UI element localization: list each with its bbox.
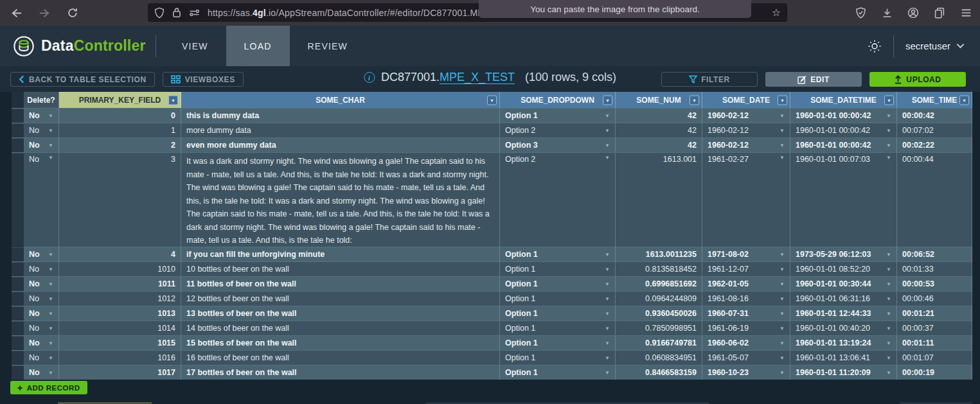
- theme-toggle-icon[interactable]: [868, 39, 882, 53]
- caret-down-icon[interactable]: ▼: [882, 281, 891, 287]
- caret-down-icon[interactable]: ▼: [776, 340, 785, 346]
- column-header-some-num[interactable]: SOME_NUM▼: [616, 92, 702, 108]
- caret-down-icon[interactable]: ▼: [44, 267, 53, 272]
- filter-dropdown-icon[interactable]: ▼: [778, 95, 787, 105]
- some-dropdown-cell[interactable]: Option 1▼: [500, 351, 616, 365]
- table-name-link[interactable]: MPE_X_TEST: [440, 71, 515, 83]
- some-datetime-cell[interactable]: 1960-01-01 08:52:20▼: [790, 262, 897, 276]
- row-handle[interactable]: [12, 306, 24, 321]
- caret-down-icon[interactable]: ▼: [882, 296, 891, 302]
- caret-down-icon[interactable]: ▼: [776, 281, 785, 287]
- protection-shield-icon[interactable]: [851, 4, 869, 22]
- filter-dropdown-icon[interactable]: ▼: [690, 95, 699, 105]
- some-num-cell[interactable]: 42: [616, 123, 702, 137]
- add-record-button[interactable]: + ADD RECORD: [10, 381, 87, 394]
- row-handle[interactable]: [12, 277, 24, 291]
- delete-dropdown-cell[interactable]: No▼: [24, 109, 59, 123]
- primary-key-cell[interactable]: 1011: [59, 277, 181, 291]
- row-handle[interactable]: [12, 351, 24, 365]
- tab-load[interactable]: LOAD: [226, 26, 290, 66]
- caret-down-icon[interactable]: ▼: [882, 326, 891, 331]
- some-datetime-cell[interactable]: 1960-01-01 00:00:42▼: [790, 109, 897, 123]
- row-handle[interactable]: [12, 109, 24, 123]
- some-char-cell[interactable]: this is dummy data: [181, 109, 500, 123]
- forward-icon[interactable]: [35, 3, 54, 22]
- caret-down-icon[interactable]: ▼: [776, 326, 785, 331]
- reload-icon[interactable]: [63, 3, 82, 22]
- viewboxes-button[interactable]: VIEWBOXES: [163, 72, 244, 87]
- primary-key-cell[interactable]: 4: [59, 247, 181, 261]
- row-handle[interactable]: [12, 292, 24, 306]
- some-datetime-cell[interactable]: 1960-01-01 13:06:41▼: [790, 351, 897, 365]
- caret-down-icon[interactable]: ▼: [882, 252, 891, 258]
- bookmark-star-icon[interactable]: ☆: [772, 6, 781, 19]
- library-icon[interactable]: [931, 4, 949, 22]
- back-icon[interactable]: [6, 3, 26, 22]
- download-icon[interactable]: [878, 4, 896, 22]
- caret-down-icon[interactable]: ▼: [44, 128, 53, 134]
- primary-key-cell[interactable]: 1017: [59, 365, 181, 380]
- caret-down-icon[interactable]: ▼: [44, 296, 53, 302]
- delete-dropdown-cell[interactable]: No▼: [24, 336, 59, 350]
- caret-down-icon[interactable]: ▼: [776, 267, 785, 272]
- caret-down-icon[interactable]: ▼: [882, 113, 891, 119]
- back-to-table-selection-button[interactable]: BACK TO TABLE SELECTION: [10, 72, 155, 87]
- column-header-some-time[interactable]: SOME_TIME▼: [897, 92, 972, 108]
- caret-down-icon[interactable]: ▼: [44, 155, 53, 161]
- some-dropdown-cell[interactable]: Option 2▼: [500, 153, 616, 247]
- caret-down-icon[interactable]: ▼: [44, 252, 53, 258]
- caret-down-icon[interactable]: ▼: [44, 143, 53, 148]
- primary-key-cell[interactable]: 1015: [59, 336, 181, 350]
- caret-down-icon[interactable]: ▼: [601, 370, 610, 376]
- some-num-cell[interactable]: 42: [616, 109, 702, 123]
- caret-down-icon[interactable]: ▼: [44, 113, 53, 119]
- menu-icon[interactable]: [957, 4, 975, 22]
- some-datetime-cell[interactable]: 1960-01-01 00:00:42▼: [790, 138, 897, 152]
- some-time-cell[interactable]: 00:02:22: [897, 138, 972, 152]
- row-handle[interactable]: [12, 365, 24, 380]
- some-num-cell[interactable]: 0.9166749781: [616, 336, 702, 350]
- row-handle[interactable]: [12, 153, 24, 247]
- info-icon[interactable]: i: [364, 72, 375, 83]
- primary-key-cell[interactable]: 3: [59, 153, 181, 247]
- some-datetime-cell[interactable]: 1960-01-01 13:19:24▼: [790, 336, 897, 350]
- caret-down-icon[interactable]: ▼: [882, 311, 891, 317]
- column-header-delete[interactable]: Delete?: [24, 92, 59, 108]
- some-dropdown-cell[interactable]: Option 1▼: [500, 292, 616, 306]
- tab-view[interactable]: VIEW: [164, 26, 226, 66]
- row-handle[interactable]: [12, 262, 24, 276]
- caret-down-icon[interactable]: ▼: [776, 296, 785, 302]
- caret-down-icon[interactable]: ▼: [601, 252, 610, 258]
- some-char-cell[interactable]: 14 bottles of beer on the wall: [181, 321, 500, 335]
- caret-down-icon[interactable]: ▼: [601, 355, 610, 361]
- filter-button[interactable]: FILTER: [661, 72, 758, 87]
- caret-down-icon[interactable]: ▼: [601, 296, 610, 302]
- some-datetime-cell[interactable]: 1973-05-29 06:12:03▼: [790, 247, 897, 261]
- caret-down-icon[interactable]: ▼: [776, 155, 785, 161]
- delete-dropdown-cell[interactable]: No▼: [24, 262, 59, 276]
- caret-down-icon[interactable]: ▼: [776, 311, 785, 317]
- caret-down-icon[interactable]: ▼: [601, 311, 610, 317]
- caret-down-icon[interactable]: ▼: [44, 326, 53, 331]
- some-num-cell[interactable]: 1613.001: [616, 153, 702, 247]
- some-datetime-cell[interactable]: 1960-01-01 00:07:03▼: [790, 153, 897, 247]
- lock-icon[interactable]: [172, 7, 181, 18]
- some-num-cell[interactable]: 0.8135818452: [616, 262, 702, 276]
- some-time-cell[interactable]: 00:01:11: [897, 336, 972, 350]
- primary-key-cell[interactable]: 1016: [59, 351, 181, 365]
- caret-down-icon[interactable]: ▼: [882, 155, 891, 161]
- row-handle[interactable]: [12, 247, 24, 261]
- delete-dropdown-cell[interactable]: No▼: [24, 247, 59, 261]
- account-icon[interactable]: [904, 4, 922, 22]
- caret-down-icon[interactable]: ▼: [44, 355, 53, 361]
- filter-dropdown-icon[interactable]: ▼: [959, 95, 969, 105]
- some-dropdown-cell[interactable]: Option 1▼: [500, 336, 616, 350]
- some-dropdown-cell[interactable]: Option 1▼: [500, 247, 616, 261]
- some-char-cell[interactable]: 13 bottles of beer on the wall: [181, 306, 500, 321]
- caret-down-icon[interactable]: ▼: [882, 370, 891, 376]
- caret-down-icon[interactable]: ▼: [776, 252, 785, 258]
- some-char-cell[interactable]: It was a dark and stormy night. The wind…: [181, 153, 500, 247]
- some-num-cell[interactable]: 0.0964244809: [616, 292, 702, 306]
- some-date-cell[interactable]: 1961-12-07▼: [702, 262, 790, 276]
- some-dropdown-cell[interactable]: Option 1▼: [500, 306, 616, 321]
